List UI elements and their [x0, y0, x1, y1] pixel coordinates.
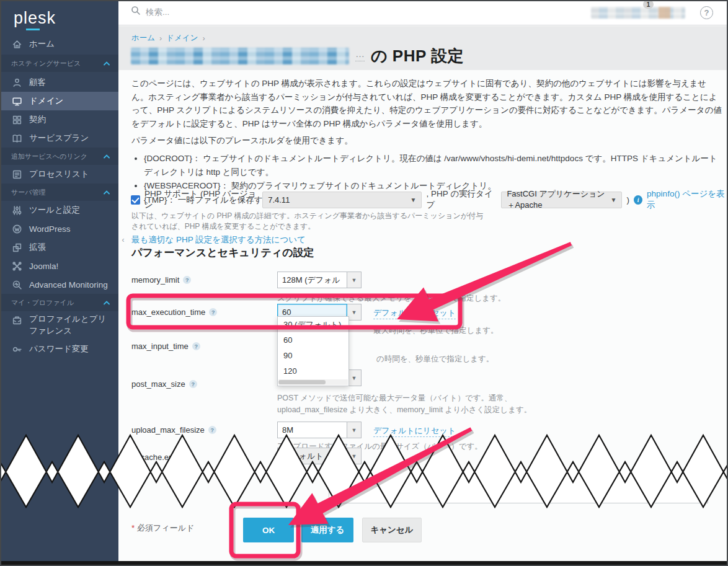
help-tooltip-icon[interactable]: ? — [208, 426, 216, 434]
sidebar-item-label: WordPress — [29, 224, 71, 234]
topbar: 1 ? — [118, 0, 728, 25]
service-plans-icon — [11, 133, 22, 144]
search-input[interactable] — [146, 7, 332, 17]
help-tooltip-icon[interactable]: ? — [192, 342, 200, 350]
opcache-enable-dropdown-button[interactable]: ▼ — [347, 448, 362, 464]
sidebar-item-home[interactable]: ホーム — [0, 35, 118, 53]
sidebar-item-label: Advanced Monitoring — [29, 280, 108, 290]
sidebar-item-label: 顧客 — [29, 77, 46, 88]
memory-limit-row-label: memory_limit ? — [131, 275, 191, 285]
sidebar-item-profile-preferences[interactable]: プロファイルとプリファレンス — [0, 311, 118, 338]
page-title: の PHP 設定 — [371, 45, 464, 67]
monitoring-icon — [11, 279, 22, 290]
sidebar-section-label: 追加サービスへのリンク — [11, 152, 87, 161]
opcache-enable-row-label: opcache.enable — [131, 453, 189, 462]
sidebar-item-joomla[interactable]: Joomla! — [0, 257, 118, 275]
upload-max-filesize-input[interactable] — [277, 422, 347, 438]
max-execution-time-reset-link[interactable]: デフォルトにリセット — [373, 307, 456, 319]
chevron-up-icon — [104, 153, 110, 160]
sidebar-item-label: ツールと設定 — [29, 205, 80, 216]
plesk-window: plesk ホーム ホスティングサービス 顧客 ドメイン 契約 サービスプラン — [0, 0, 728, 566]
sidebar-collapse-toggle[interactable]: ‹ — [119, 231, 127, 249]
cancel-button[interactable]: キャンセル — [362, 518, 422, 542]
breadcrumb-home-link[interactable]: ホーム — [131, 33, 155, 43]
sidebar-item-customers[interactable]: 顧客 — [0, 73, 118, 92]
chevron-up-icon — [104, 299, 110, 306]
apply-button[interactable]: 適用する — [301, 518, 353, 542]
help-tooltip-icon[interactable]: ? — [189, 380, 197, 388]
sidebar-section-label: マイ・プロファイル — [11, 298, 74, 307]
max-execution-time-dropdown-button[interactable]: ▼ — [347, 304, 362, 321]
sidebar-section-hosting-services[interactable]: ホスティングサービス — [0, 55, 118, 72]
sidebar-section-additional-services[interactable]: 追加サービスへのリンク — [0, 148, 118, 165]
sidebar-item-domains[interactable]: ドメイン — [0, 92, 118, 110]
page-header: ホーム › ドメイン › … の PHP 設定 — [118, 26, 728, 70]
sidebar-item-label: 拡張 — [29, 242, 46, 253]
php-handler-select[interactable]: FastCGI アプリケーション ＋Apache ▼ — [501, 192, 622, 208]
sidebar-item-process-list[interactable]: プロセスリスト — [0, 165, 118, 184]
sidebar-item-advanced-monitoring[interactable]: Advanced Monitoring — [0, 275, 118, 294]
sidebar-item-service-plans[interactable]: サービスプラン — [0, 129, 118, 148]
dropdown-option[interactable]: 90 — [278, 348, 348, 363]
sidebar-item-extensions[interactable]: 拡張 — [0, 238, 118, 257]
php-support-checkbox[interactable] — [131, 195, 140, 205]
help-tooltip-icon[interactable]: ? — [209, 308, 217, 316]
extensions-icon — [11, 242, 22, 253]
sidebar-section-my-profile[interactable]: マイ・プロファイル — [0, 294, 118, 311]
upload-max-filesize-dropdown-button[interactable]: ▼ — [347, 422, 362, 438]
dropdown-scrollbar[interactable] — [278, 379, 348, 385]
max-execution-time-description: 最大時間を、秒単位で指定します。 — [373, 325, 578, 337]
sidebar-item-subscriptions[interactable]: 契約 — [0, 110, 118, 129]
php-support-row: PHP サポート (PHP バージョン 7.4.11 ▼ , PHP の実行タイ… — [131, 188, 728, 211]
phpinfo-link[interactable]: phpinfo() ページを表示 — [647, 188, 728, 211]
domains-icon — [11, 95, 22, 107]
help-tooltip-icon[interactable]: ? — [183, 276, 191, 284]
post-max-size-dropdown-button[interactable]: ▼ — [347, 369, 362, 386]
memory-limit-input[interactable] — [277, 272, 347, 288]
breadcrumb-domains-link[interactable]: ドメイン — [166, 33, 198, 43]
sidebar-item-label: サービスプラン — [29, 133, 89, 144]
section-heading: パフォーマンスとセキュリティの設定 — [131, 245, 314, 260]
additional-directives-textarea[interactable] — [329, 469, 708, 503]
ok-button[interactable]: OK — [243, 518, 294, 542]
breadcrumb: ホーム › ドメイン › — [131, 33, 205, 43]
search-icon — [131, 6, 141, 18]
required-fields-note: *必須フィールド — [131, 523, 194, 534]
sidebar-item-change-password[interactable]: パスワード変更 — [0, 340, 118, 358]
screenshot-bottom-border — [0, 561, 728, 566]
sidebar-item-label: Joomla! — [29, 262, 58, 271]
chevron-up-icon — [104, 188, 110, 196]
close-paren: ) — [626, 195, 629, 205]
sidebar-item-label: 契約 — [29, 114, 46, 125]
help-icon[interactable]: ? — [700, 6, 713, 19]
opcache-enable-input[interactable] — [277, 448, 347, 464]
account-name-redacted[interactable] — [591, 7, 685, 19]
sidebar-section-label: サーバ管理 — [11, 188, 46, 197]
home-icon — [11, 38, 22, 50]
chevron-up-icon — [104, 60, 110, 67]
dropdown-option[interactable]: 120 — [278, 363, 348, 379]
upload-max-filesize-row-label: upload_max_filesize ? — [131, 425, 216, 435]
domain-ellipsis[interactable]: … — [355, 51, 365, 61]
best-practice-link[interactable]: 最も適切な PHP 設定を選択する方法について — [131, 234, 306, 245]
sidebar-item-tools-settings[interactable]: ツールと設定 — [0, 201, 118, 219]
post-max-size-description: POST メソッドで送信可能な最大データ量（バイト）です。通常、upload_m… — [277, 392, 550, 416]
upload-max-filesize-reset-link[interactable]: デフォルトにリセット — [373, 425, 456, 437]
php-version-select[interactable]: 7.4.11 ▼ — [262, 192, 422, 208]
sidebar-item-label: パスワード変更 — [29, 343, 89, 355]
dropdown-option[interactable]: 30 (デフォルト) — [278, 317, 348, 332]
memory-limit-dropdown-button[interactable]: ▼ — [347, 272, 362, 288]
chevron-down-icon: ▼ — [611, 197, 617, 203]
textarea-resize-handle[interactable] — [703, 497, 708, 502]
sidebar-item-wordpress[interactable]: WordPress — [0, 219, 118, 238]
sidebar-section-server-management[interactable]: サーバ管理 — [0, 184, 118, 201]
search-bar — [131, 6, 332, 18]
breadcrumb-separator: › — [159, 34, 162, 43]
plesk-logo: plesk — [14, 9, 56, 28]
dropdown-option[interactable]: 60 — [278, 332, 348, 348]
domain-name-redacted — [131, 48, 349, 64]
password-icon — [11, 343, 22, 355]
sidebar-item-label: ホーム — [29, 38, 55, 50]
max-input-time-row-label: max_input_time ? — [131, 342, 200, 351]
notification-count-badge[interactable]: 1 — [643, 0, 654, 9]
